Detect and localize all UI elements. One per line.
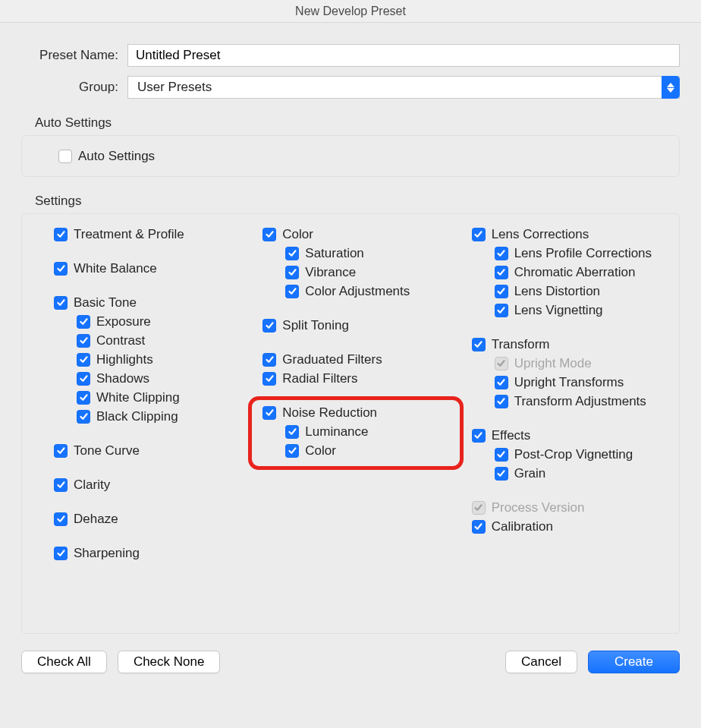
- white_balance-checkbox[interactable]: [54, 262, 68, 276]
- cancel-button[interactable]: Cancel: [505, 651, 577, 673]
- settings-panel: Treatment & ProfileWhite BalanceBasic To…: [21, 213, 680, 634]
- radial_filters-label: Radial Filters: [282, 369, 357, 388]
- split_toning-group: Split Toning: [262, 316, 456, 335]
- auto-settings-checkbox[interactable]: [58, 150, 72, 163]
- upright_mode-checkbox: [495, 357, 508, 370]
- dehaze-checkbox[interactable]: [54, 512, 68, 526]
- lens_distortion-checkbox[interactable]: [495, 285, 508, 298]
- treatment_profile-checkbox[interactable]: [54, 228, 68, 241]
- create-button[interactable]: Create: [588, 651, 680, 673]
- split_toning-label: Split Toning: [282, 316, 349, 335]
- process_version-checkbox: [472, 501, 486, 515]
- tone_curve-checkbox[interactable]: [54, 444, 68, 458]
- vibrance-label: Vibrance: [305, 263, 356, 282]
- treatment_profile-label: Treatment & Profile: [74, 225, 184, 244]
- effects-checkbox[interactable]: [472, 429, 486, 443]
- svg-marker-0: [667, 83, 674, 87]
- white_balance-label: White Balance: [74, 259, 157, 278]
- check-all-button[interactable]: Check All: [21, 651, 107, 673]
- preset-name-input[interactable]: [127, 44, 680, 67]
- clarity-checkbox[interactable]: [54, 478, 68, 492]
- sharpening-group: Sharpening: [54, 544, 247, 563]
- basic_tone-checkbox[interactable]: [54, 296, 68, 310]
- svg-marker-1: [667, 88, 674, 93]
- process_version-label: Process Version: [492, 498, 585, 517]
- contrast-label: Contrast: [96, 331, 145, 350]
- color-checkbox[interactable]: [262, 228, 276, 241]
- color_adjustments-checkbox[interactable]: [285, 285, 299, 298]
- process_version-group: Process Version: [472, 498, 665, 517]
- group-select[interactable]: User Presets: [127, 76, 680, 99]
- calibration-group: Calibration: [472, 517, 665, 536]
- upright_transforms-checkbox[interactable]: [495, 376, 508, 389]
- shadows-label: Shadows: [96, 369, 149, 388]
- color_adjustments-label: Color Adjustments: [305, 282, 410, 301]
- chromatic_aberration-label: Chromatic Aberration: [514, 263, 636, 282]
- group-select-value: User Presets: [137, 80, 212, 95]
- clarity-label: Clarity: [74, 475, 110, 494]
- white_clipping-label: White Clipping: [96, 388, 180, 407]
- settings-column-1: Treatment & ProfileWhite BalanceBasic To…: [36, 225, 247, 619]
- auto-settings-checkbox-label: Auto Settings: [78, 147, 155, 165]
- lens_profile_corrections-checkbox[interactable]: [495, 247, 508, 260]
- settings-section-title: Settings: [21, 194, 680, 209]
- lens_corrections-label: Lens Corrections: [492, 225, 589, 244]
- exposure-label: Exposure: [96, 312, 151, 331]
- lens_distortion-label: Lens Distortion: [514, 282, 600, 301]
- effects-group: EffectsPost-Crop VignettingGrain: [472, 426, 665, 483]
- saturation-checkbox[interactable]: [285, 247, 299, 260]
- chevron-up-down-icon: [662, 76, 680, 99]
- vibrance-checkbox[interactable]: [285, 266, 299, 279]
- lens_profile_corrections-label: Lens Profile Corrections: [514, 244, 652, 263]
- nr_color-checkbox[interactable]: [285, 444, 299, 458]
- transform_adjustments-checkbox[interactable]: [495, 395, 508, 408]
- white_clipping-checkbox[interactable]: [77, 391, 90, 405]
- settings-column-2: ColorSaturationVibranceColor Adjustments…: [262, 225, 456, 619]
- graduated_filters-label: Graduated Filters: [282, 350, 382, 369]
- grain-checkbox[interactable]: [495, 467, 508, 481]
- radial_filters-group: Radial Filters: [262, 369, 456, 388]
- dehaze-group: Dehaze: [54, 509, 247, 528]
- check-none-button[interactable]: Check None: [118, 651, 221, 673]
- nr_color-label: Color: [305, 441, 336, 460]
- calibration-label: Calibration: [492, 517, 553, 536]
- saturation-label: Saturation: [305, 244, 364, 263]
- post_crop_vignetting-checkbox[interactable]: [495, 448, 508, 462]
- lens_corrections-group: Lens CorrectionsLens Profile Corrections…: [472, 225, 665, 320]
- sharpening-label: Sharpening: [74, 544, 140, 563]
- split_toning-checkbox[interactable]: [262, 319, 276, 332]
- color-label: Color: [282, 225, 313, 244]
- auto-settings-section-title: Auto Settings: [21, 115, 680, 131]
- black_clipping-checkbox[interactable]: [77, 410, 90, 424]
- noise_reduction-group: Noise ReductionLuminanceColor: [262, 403, 456, 460]
- exposure-checkbox[interactable]: [77, 315, 90, 329]
- lens_vignetting-checkbox[interactable]: [495, 304, 508, 317]
- noise_reduction-label: Noise Reduction: [282, 403, 377, 422]
- post_crop_vignetting-label: Post-Crop Vignetting: [514, 445, 633, 464]
- preset-name-label: Preset Name:: [21, 48, 127, 63]
- contrast-checkbox[interactable]: [77, 334, 90, 348]
- transform-label: Transform: [492, 335, 550, 354]
- shadows-checkbox[interactable]: [77, 372, 90, 386]
- noise_reduction-checkbox[interactable]: [262, 406, 276, 420]
- transform-checkbox[interactable]: [472, 338, 486, 351]
- graduated_filters-checkbox[interactable]: [262, 353, 276, 367]
- graduated_filters-group: Graduated Filters: [262, 350, 456, 369]
- upright_mode-label: Upright Mode: [514, 354, 592, 373]
- dehaze-label: Dehaze: [74, 509, 118, 528]
- color-group: ColorSaturationVibranceColor Adjustments: [262, 225, 456, 301]
- upright_transforms-label: Upright Transforms: [514, 373, 624, 392]
- sharpening-checkbox[interactable]: [54, 547, 68, 560]
- lens_vignetting-label: Lens Vignetting: [514, 301, 603, 320]
- lens_corrections-checkbox[interactable]: [472, 228, 486, 241]
- white_balance-group: White Balance: [54, 259, 247, 278]
- calibration-checkbox[interactable]: [472, 520, 486, 534]
- chromatic_aberration-checkbox[interactable]: [495, 266, 508, 279]
- grain-label: Grain: [514, 464, 546, 483]
- radial_filters-checkbox[interactable]: [262, 372, 276, 386]
- highlights-checkbox[interactable]: [77, 353, 90, 367]
- transform_adjustments-label: Transform Adjustments: [514, 392, 646, 411]
- nr_luminance-checkbox[interactable]: [285, 425, 299, 439]
- highlights-label: Highlights: [96, 350, 153, 369]
- window-title: New Develop Preset: [0, 0, 701, 23]
